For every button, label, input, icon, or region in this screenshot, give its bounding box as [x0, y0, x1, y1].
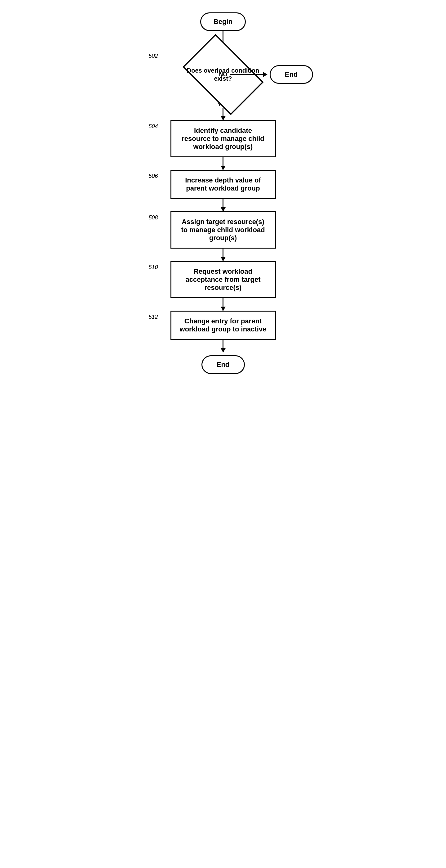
- step-504-text: Identify candidate resource to manage ch…: [182, 127, 264, 151]
- step-506-row: 506 Increase depth value of parent workl…: [130, 170, 316, 199]
- end-top-terminal: End: [270, 65, 313, 84]
- step-506-text: Increase depth value of parent workload …: [185, 176, 261, 192]
- step-510-label: 510: [149, 264, 158, 271]
- end-bottom-row: End: [130, 355, 316, 374]
- step-512-row: 512 Change entry for parent workload gro…: [130, 311, 316, 340]
- begin-label: Begin: [213, 18, 233, 26]
- step-510-box: Request workload acceptance from target …: [170, 261, 276, 298]
- flowchart: Begin 502 Does overload condition exist?…: [130, 12, 316, 374]
- begin-terminal: Begin: [200, 12, 246, 31]
- diamond-text: Does overload condition exist?: [183, 66, 264, 83]
- step-512-box: Change entry for parent workload group t…: [170, 311, 276, 340]
- step-506-label: 506: [149, 173, 158, 179]
- end-bottom-terminal: End: [202, 355, 245, 374]
- step-508-box: Assign target resource(s) to manage chil…: [170, 211, 276, 249]
- step-504-row: 504 Identify candidate resource to manag…: [130, 120, 316, 157]
- step-512-label: 512: [149, 314, 158, 320]
- step-504-box: Identify candidate resource to manage ch…: [170, 120, 276, 157]
- step-508-row: 508 Assign target resource(s) to manage …: [130, 211, 316, 249]
- step-510-row: 510 Request workload acceptance from tar…: [130, 261, 316, 298]
- decision-diamond: Does overload condition exist?: [183, 50, 264, 99]
- step-506-box: Increase depth value of parent workload …: [170, 170, 276, 199]
- step-504-label: 504: [149, 123, 158, 130]
- step-510-text: Request workload acceptance from target …: [185, 268, 260, 291]
- diamond-label: Does overload condition exist?: [187, 67, 259, 82]
- end-top-label: End: [285, 70, 298, 78]
- begin-row: Begin: [130, 12, 316, 31]
- end-bottom-label: End: [217, 361, 230, 368]
- diamond-row: 502 Does overload condition exist? NO En…: [130, 50, 316, 99]
- step-508-label: 508: [149, 214, 158, 221]
- step-502-label: 502: [149, 53, 158, 59]
- step-508-text: Assign target resource(s) to manage chil…: [181, 218, 265, 242]
- step-512-text: Change entry for parent workload group t…: [180, 317, 267, 333]
